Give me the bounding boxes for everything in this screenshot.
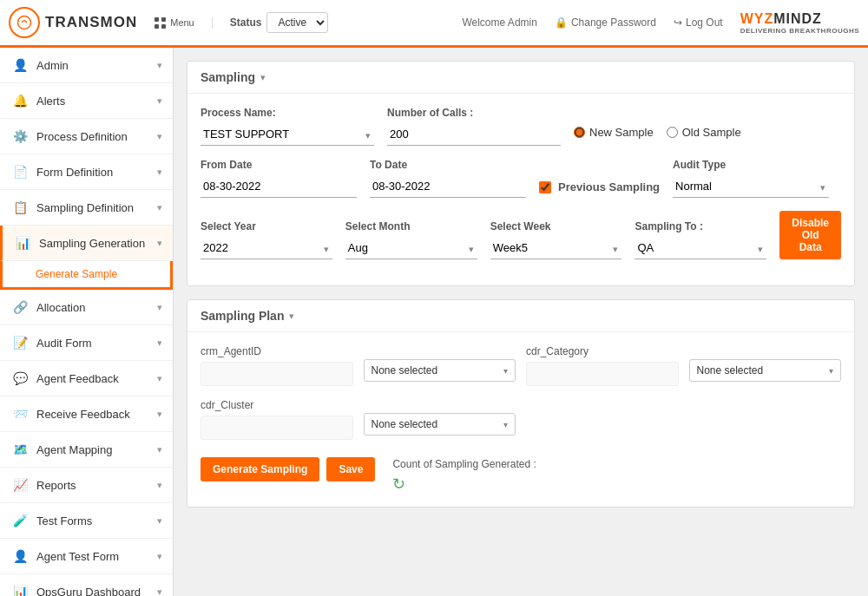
sampling-gen-icon: 📊	[13, 233, 32, 252]
audit-type-group: Audit Type Normal	[673, 159, 829, 198]
welcome-text: Welcome Admin	[462, 16, 536, 29]
sampling-to-wrapper[interactable]: QA	[635, 237, 766, 259]
admin-icon: 👤	[10, 56, 30, 75]
old-sample-radio[interactable]: Old Sample	[667, 126, 741, 139]
cdr-cluster-empty	[201, 416, 353, 440]
generate-sampling-button[interactable]: Generate Sampling	[201, 457, 319, 481]
sidebar-item-process-definition[interactable]: ⚙️ Process Definition ▾	[0, 119, 173, 154]
sidebar-item-agent-feedback[interactable]: 💬 Agent Feedback ▾	[0, 361, 173, 396]
cdr-category-label: cdr_Category	[526, 345, 679, 357]
audit-icon: 📝	[10, 333, 30, 352]
top-navigation: TRANSMON Menu Status Active Welcome Admi…	[0, 0, 868, 48]
sampling-plan-buttons: Generate Sampling Save	[201, 457, 375, 481]
sidebar-item-sampling-generation[interactable]: 📊 Sampling Generation ▾	[0, 226, 173, 261]
sidebar-item-allocation[interactable]: 🔗 Allocation ▾	[0, 290, 173, 325]
process-name-wrapper[interactable]: TEST SUPPORT	[201, 123, 374, 146]
brand-logo: WYZMINDZ DELIVERING BREAKTHROUGHS	[740, 11, 859, 35]
sampling-card-header: Sampling ▾	[187, 62, 854, 94]
save-button[interactable]: Save	[326, 457, 375, 481]
cdr-cluster-select[interactable]: None selected ▾	[364, 413, 516, 436]
sidebar-item-agent-mapping[interactable]: 🗺️ Agent Mapping ▾	[0, 432, 173, 468]
cdr-cluster-group: cdr_Cluster	[201, 399, 353, 440]
crm-agentid-empty	[201, 362, 353, 386]
receive-feedback-icon: 📨	[10, 404, 30, 423]
sampling-to-label: Sampling To :	[635, 220, 766, 233]
audit-type-wrapper[interactable]: Normal	[673, 175, 829, 198]
sidebar-item-receive-feedback[interactable]: 📨 Receive Feedback ▾	[0, 396, 173, 432]
sampling-generation-submenu: Generate Sample	[0, 261, 173, 290]
opsguru-icon: 📊	[10, 582, 30, 596]
main-content: Sampling ▾ Process Name: TEST SUPPORT	[174, 48, 868, 596]
audit-type-label: Audit Type	[673, 159, 829, 171]
form-row-3: Select Year 2022 Select Month Aug	[201, 211, 841, 259]
crm-agentid-select[interactable]: None selected ▾	[364, 359, 516, 382]
agent-mapping-icon: 🗺️	[10, 440, 30, 459]
sidebar-item-reports[interactable]: 📈 Reports ▾	[0, 468, 173, 503]
select-year-wrapper[interactable]: 2022	[201, 237, 332, 259]
sampling-plan-dropdown-icon: ▾	[289, 311, 294, 322]
select-week-select[interactable]: Week5	[490, 237, 622, 259]
select-month-select[interactable]: Aug	[345, 237, 477, 259]
cdr-category-group: cdr_Category	[526, 345, 679, 386]
select-year-group: Select Year 2022	[201, 220, 332, 259]
sampling-plan-body: crm_AgentID None selected ▾ cdr_Category	[187, 332, 854, 507]
sampling-to-select[interactable]: QA	[635, 237, 766, 259]
sidebar-item-form-definition[interactable]: 📄 Form Definition ▾	[0, 154, 173, 190]
number-of-calls-input[interactable]	[387, 123, 561, 146]
from-date-label: From Date	[201, 159, 357, 171]
menu-label: Menu	[170, 17, 194, 28]
process-name-select[interactable]: TEST SUPPORT	[201, 123, 374, 146]
new-sample-radio[interactable]: New Sample	[574, 126, 654, 139]
sampling-plan-grid: crm_AgentID None selected ▾ cdr_Category	[201, 345, 841, 386]
disable-old-data-button[interactable]: Disable Old Data	[779, 211, 841, 259]
sampling-card: Sampling ▾ Process Name: TEST SUPPORT	[187, 61, 855, 286]
sidebar-item-opsguru[interactable]: 📊 OpsGuru Dashboard ▾	[0, 574, 173, 596]
sampling-plan-header: Sampling Plan ▾	[187, 300, 854, 332]
sidebar-item-test-forms[interactable]: 🧪 Test Forms ▾	[0, 503, 173, 539]
process-name-label: Process Name:	[201, 107, 374, 119]
cdr-category-select-group: None selected ▾	[689, 345, 842, 386]
audit-type-select[interactable]: Normal	[673, 175, 829, 198]
grid-icon	[155, 17, 166, 29]
sampling-card-title: Sampling	[201, 70, 255, 84]
select-month-label: Select Month	[345, 220, 477, 233]
logo-icon	[9, 7, 40, 38]
change-password-link[interactable]: 🔒 Change Password	[555, 16, 656, 29]
sidebar-item-admin[interactable]: 👤 Admin ▾	[0, 48, 173, 83]
status-area: Status Active	[230, 12, 329, 33]
refresh-icon[interactable]: ↻	[392, 475, 536, 494]
menu-area[interactable]: Menu	[155, 17, 213, 29]
empty-col3	[526, 399, 679, 440]
select-year-select[interactable]: 2022	[201, 237, 332, 259]
cdr-category-dropdown-icon: ▾	[829, 366, 833, 376]
cdr-cluster-select-group: None selected ▾	[364, 399, 516, 440]
select-year-label: Select Year	[201, 220, 332, 233]
status-select[interactable]: Active	[266, 12, 328, 33]
sidebar-item-audit-form[interactable]: 📝 Audit Form ▾	[0, 325, 173, 361]
sampling-plan-bottom: Generate Sampling Save Count of Sampling…	[201, 457, 841, 494]
reports-icon: 📈	[10, 475, 30, 494]
sample-type-radio-group: New Sample Old Sample	[574, 126, 841, 146]
main-layout: 👤 Admin ▾ 🔔 Alerts ▾ ⚙️ Process Definiti…	[0, 48, 868, 596]
select-month-wrapper[interactable]: Aug	[345, 237, 477, 259]
empty-col4	[689, 399, 842, 440]
cdr-category-empty	[526, 362, 679, 386]
sidebar-item-alerts[interactable]: 🔔 Alerts ▾	[0, 83, 173, 119]
sidebar-item-agent-test-form[interactable]: 👤 Agent Test Form ▾	[0, 539, 173, 574]
sampling-to-group: Sampling To : QA	[635, 220, 766, 259]
select-week-label: Select Week	[490, 220, 622, 233]
number-of-calls-label: Number of Calls :	[387, 107, 561, 119]
sidebar-item-sampling-definition[interactable]: 📋 Sampling Definition ▾	[0, 190, 173, 226]
cdr-category-select[interactable]: None selected ▾	[689, 359, 842, 382]
sidebar: 👤 Admin ▾ 🔔 Alerts ▾ ⚙️ Process Definiti…	[0, 48, 174, 596]
previous-sampling-checkbox[interactable]	[539, 181, 551, 193]
select-week-wrapper[interactable]: Week5	[490, 237, 622, 259]
sidebar-subitem-generate-sample[interactable]: Generate Sample	[3, 261, 170, 287]
disable-old-data-area: Disable Old Data	[779, 211, 841, 259]
to-date-input[interactable]	[370, 175, 526, 198]
logout-link[interactable]: ↪ Log Out	[674, 16, 723, 29]
previous-sampling-checkbox-group: Previous Sampling	[539, 180, 660, 193]
from-date-input[interactable]	[201, 175, 357, 198]
previous-sampling-group: Previous Sampling	[539, 180, 660, 198]
svg-point-0	[18, 16, 31, 29]
